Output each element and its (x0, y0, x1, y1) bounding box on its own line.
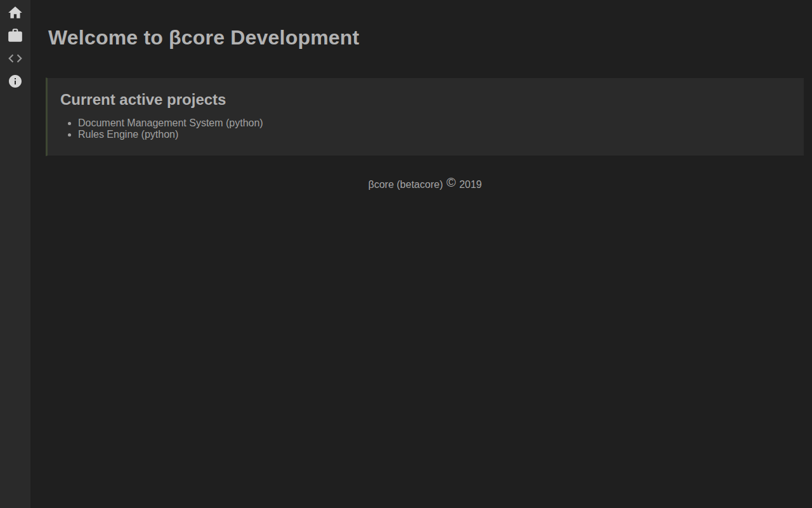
sidebar-item-info[interactable] (8, 74, 23, 89)
footer: βcore (betacore) © 2019 (46, 177, 804, 191)
projects-card: Current active projects Document Managem… (46, 77, 804, 156)
code-icon (7, 50, 23, 67)
projects-list: Document Management System (python) Rule… (60, 117, 791, 140)
footer-name: βcore (betacore) (369, 179, 443, 190)
sidebar (0, 0, 30, 508)
briefcase-icon (7, 27, 23, 44)
sidebar-item-code[interactable] (8, 51, 23, 66)
main-content: Welcome to βcore Development Current act… (30, 26, 812, 191)
home-icon (7, 4, 23, 21)
sidebar-item-home[interactable] (8, 5, 23, 20)
sidebar-item-projects[interactable] (8, 28, 23, 43)
list-item: Document Management System (python) (78, 117, 791, 129)
copyright-icon: © (447, 175, 456, 189)
info-icon (8, 74, 23, 89)
list-item: Rules Engine (python) (78, 129, 791, 140)
page-title: Welcome to βcore Development (48, 26, 804, 50)
footer-year: 2019 (459, 179, 482, 190)
projects-card-title: Current active projects (60, 91, 791, 109)
